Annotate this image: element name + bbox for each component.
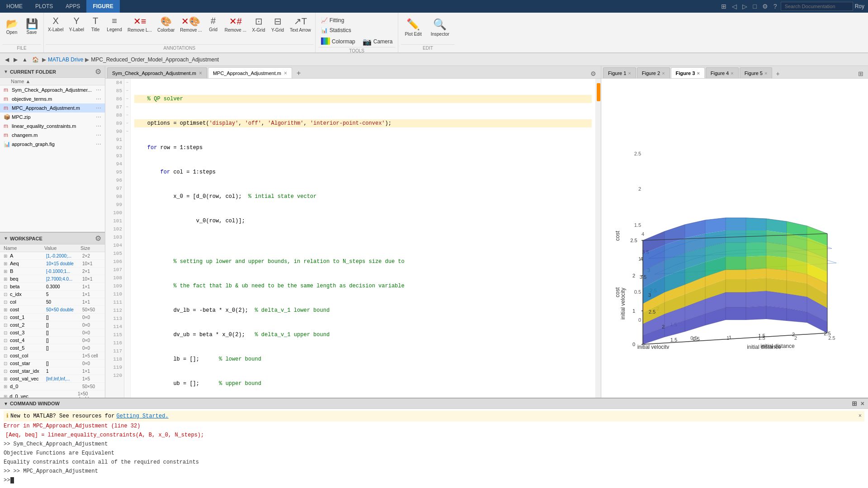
nav-figure[interactable]: FIGURE [86,0,119,13]
fig-tab-5-close[interactable]: × [764,70,767,76]
file-item-obj[interactable]: m objective_terms.m ⋯ [0,94,105,103]
remove-legend-button[interactable]: ✕≡ Remove L... [125,14,154,34]
file-item-zip[interactable]: 📦 MPC.zip ⋯ [0,113,105,122]
figure-tab-3[interactable]: Figure 3 × [671,67,705,78]
search-input[interactable] [781,2,853,11]
ws-item-cidx[interactable]: ⊡ c_idx 5 1×1 [0,291,105,298]
ws-item-cost1[interactable]: ⊡ cost_1 [] 0×0 [0,314,105,321]
ws-item-beq[interactable]: ⊞ beq [2.7000;4.0... 10×1 [0,275,105,283]
ws-item-B[interactable]: ⊞ B [-0.1000;1... 2×1 [0,267,105,275]
ws-item-d0vec[interactable]: ⊞ d_0_vec 1×50 double [0,390,105,398]
save-button[interactable]: 💾 Save [23,16,41,37]
fig-tab-3-close[interactable]: × [697,70,699,76]
cmd-getting-started-link[interactable]: Getting Started. [116,412,168,421]
file-item-sym[interactable]: m Sym_Check_Approach_Adjustmer... ⋯ [0,85,105,94]
fig-tab-4-close[interactable]: × [731,70,733,76]
nav-icon-2[interactable]: ◁ [730,2,739,11]
camera-button[interactable]: 📷 Camera [360,36,396,47]
ws-item-A[interactable]: ⊞ A [1,-0.2000;... 2×2 [0,252,105,260]
nav-up-icon[interactable]: ▲ [21,56,29,63]
nav-home[interactable]: HOME [0,0,29,13]
current-folder-label: CURRENT FOLDER [10,69,56,75]
ws-item-beta[interactable]: ⊡ beta 0.3000 1×1 [0,283,105,291]
folder-options-icon[interactable]: ⚙ [95,67,101,76]
cmd-dismiss-icon[interactable]: × [859,412,862,421]
ws-item-cost2[interactable]: ⊡ cost_2 [] 0×0 [0,321,105,329]
figure-tab-1[interactable]: Figure 1 × [603,67,636,78]
fitting-button[interactable]: 📈 Fitting [318,16,347,24]
xgrid-button[interactable]: ⊡ X-Grid [250,14,268,34]
colorbar-button[interactable]: 🎨 Colorbar [155,14,177,34]
ws-item-cost5[interactable]: ⊡ cost_5 [] 0×0 [0,344,105,352]
nav-home-icon[interactable]: 🏠 [31,56,40,63]
file-menu-icon-2[interactable]: ⋯ [96,96,101,102]
xlabel-button[interactable]: X X-Label [46,14,66,33]
fig-tab-add[interactable]: + [773,69,782,78]
file-item-graph[interactable]: 📊 approach_graph.fig ⋯ [0,140,105,149]
nav-icon-1[interactable]: ⊞ [719,2,728,11]
ws-item-Aeq[interactable]: ⊞ Aeq 10×15 double 10×1 [0,260,105,267]
cmd-maximize-icon[interactable]: ⊞ [852,400,857,407]
nav-icon-5[interactable]: ⚙ [760,2,770,11]
ws-item-cost4[interactable]: ⊡ cost_4 [] 0×0 [0,337,105,344]
nav-icon-3[interactable]: ▷ [741,2,749,11]
ws-item-cost-star-idx[interactable]: ⊡ cost_star_idx 1 1×1 [0,367,105,375]
fig-tab-2-close[interactable]: × [662,70,665,76]
open-button[interactable]: 📂 Open [3,16,21,37]
ws-collapse-icon[interactable]: ▼ [4,236,8,241]
inspector-button[interactable]: 🔍 Inspector [427,16,453,38]
command-content[interactable]: ℹ New to MATLAB? See resources for Getti… [0,409,868,488]
tab-sym-close[interactable]: × [199,70,202,76]
fig-tab-1-close[interactable]: × [628,70,631,76]
tab-sym[interactable]: Sym_Check_Approach_Adjustment.m × [107,67,207,78]
colormap-button[interactable]: Colormap [318,36,358,47]
nav-plots[interactable]: PLOTS [29,0,59,13]
file-menu-icon-5[interactable]: ⋯ [96,123,101,129]
figure-tab-2[interactable]: Figure 2 × [637,67,670,78]
ygrid-button[interactable]: ⊟ Y-Grid [269,14,287,34]
ws-item-cost-col[interactable]: ⊡ cost_col 1×5 cell [0,352,105,360]
nav-forward-icon[interactable]: ▶ [12,56,19,63]
fig-maximize-icon[interactable]: ⊞ [855,69,866,78]
cmd-current-prompt[interactable]: >> [4,476,864,485]
file-menu-icon-7[interactable]: ⋯ [96,141,101,147]
file-menu-icon-6[interactable]: ⋯ [96,132,101,138]
nav-icon-help[interactable]: ? [772,2,779,11]
remove-colorbar-button[interactable]: ✕🎨 Remove ... [178,14,204,34]
grid-button[interactable]: # Grid [205,14,222,33]
text-arrow-button[interactable]: ↗T Text Arrow [288,14,313,34]
statistics-button[interactable]: 📊 Statistics [318,26,354,34]
file-item-lin[interactable]: m linear_equality_constraints.m ⋯ [0,122,105,131]
legend-button[interactable]: ≡ Legend [104,14,124,33]
ws-item-cost3[interactable]: ⊡ cost_3 [] 0×0 [0,329,105,337]
ws-item-cost[interactable]: ⊞ cost 50×50 double 50×50 [0,306,105,314]
ws-item-cost-val[interactable]: ⊞ cost_val_vec [Inf,Inf,Inf,... 1×5 [0,375,105,383]
figure-tab-5[interactable]: Figure 5 × [740,67,773,78]
tab-mpc[interactable]: MPC_Approach_Adjustment.m × [208,67,292,78]
tab-mpc-close[interactable]: × [284,70,287,76]
ws-item-col[interactable]: ⊡ col 50 1×1 [0,298,105,306]
editor-options-icon[interactable]: ⚙ [588,69,599,78]
file-item-mpc[interactable]: m MPC_Approach_Adjustment.m ⋯ [0,103,105,113]
ws-item-d0[interactable]: ⊞ d_0 50×50 [0,383,105,390]
code-area[interactable]: % QP solver options = optimset('display'… [131,79,595,398]
folder-collapse-icon[interactable]: ▼ [4,69,8,74]
ylabel-button[interactable]: Y Y-Label [66,14,86,33]
figure-tab-4[interactable]: Figure 4 × [706,67,739,78]
tab-add-button[interactable]: + [293,68,304,78]
file-menu-icon[interactable]: ⋯ [96,87,101,93]
nav-apps[interactable]: APPS [59,0,86,13]
nav-back-icon[interactable]: ◀ [4,56,10,63]
cmd-close-icon[interactable]: × [861,400,864,407]
plot-edit-button[interactable]: ✏️ Plot Edit [401,16,425,38]
file-menu-icon-3[interactable]: ⋯ [96,105,101,111]
breadcrumb-matlab-drive[interactable]: MATLAB Drive [48,56,83,63]
ws-item-cost-star[interactable]: ⊡ cost_star [] 0×0 [0,360,105,367]
remove-grid-button[interactable]: ✕# Remove ... [222,14,249,34]
cmd-collapse-icon[interactable]: ▼ [4,401,8,406]
file-item-change[interactable]: m changem.m ⋯ [0,131,105,140]
title-button[interactable]: T Title [87,14,104,33]
file-menu-icon-4[interactable]: ⋯ [96,114,101,120]
ws-options-icon[interactable]: ⚙ [95,234,101,243]
nav-icon-4[interactable]: □ [751,2,758,11]
